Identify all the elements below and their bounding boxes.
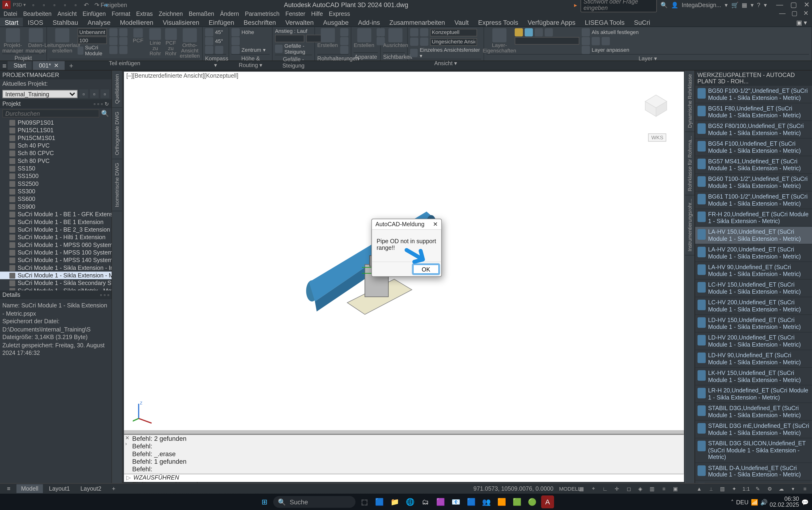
tray-notif-icon[interactable]: 💬 bbox=[801, 499, 809, 505]
ribbon-tab-analyse[interactable]: Analyse bbox=[83, 18, 115, 26]
tb-teams-icon[interactable]: 👥 bbox=[480, 495, 493, 508]
rohrhalt-erstellen-button[interactable]: Erstellen bbox=[317, 28, 338, 48]
palette-item[interactable]: STABIL D-A,Undefined_ET (SuCri Module 1 … bbox=[695, 463, 812, 480]
tree-node[interactable]: SuCri Module 1 - Hilti 1 Extension bbox=[0, 233, 112, 241]
tab-add-icon[interactable]: + bbox=[107, 484, 120, 493]
tab-file[interactable]: 001*✕ bbox=[33, 61, 64, 70]
viewport-config-btn[interactable]: Einzelnes Ansichtsfenster ▾ bbox=[410, 47, 481, 59]
palette-item[interactable]: LA-HV 150,Undefined_ET (SuCri Module 1 -… bbox=[695, 227, 812, 245]
anstieg-input1[interactable] bbox=[275, 35, 304, 42]
view-controls-label[interactable]: [–][Benutzerdefinierte Ansicht][Konzeptu… bbox=[124, 72, 684, 79]
ribbon-tab-stahlbau[interactable]: Stahlbau bbox=[48, 18, 83, 26]
ribbon-tab-add-ins[interactable]: Add-ins bbox=[353, 18, 385, 26]
pal-vtab[interactable]: Rohrklasse für Rohrma... bbox=[685, 132, 694, 195]
menu-ansicht[interactable]: Ansicht bbox=[57, 10, 77, 17]
start-icon[interactable]: ⊞ bbox=[258, 495, 271, 508]
sb-ucs-icon[interactable]: ⟂ bbox=[706, 484, 716, 493]
palette-item[interactable]: BG51 F80,Undefined_ET (SuCri Module 1 - … bbox=[695, 104, 812, 121]
tb-app1-icon[interactable]: 🟪 bbox=[434, 495, 447, 508]
qat-save-icon[interactable]: ▫ bbox=[51, 0, 59, 9]
sb-3dosnap-icon[interactable]: ◈ bbox=[636, 484, 645, 493]
tree-node[interactable]: SS300 bbox=[0, 188, 112, 195]
tb-app2-icon[interactable]: 🟦 bbox=[465, 495, 478, 508]
ribbon-tab-express-tools[interactable]: Express Tools bbox=[473, 18, 523, 26]
menu-hilfe[interactable]: Hilfe bbox=[311, 10, 323, 17]
menu-parametrisch[interactable]: Parametrisch bbox=[245, 10, 280, 17]
tab-modell[interactable]: Modell bbox=[16, 484, 43, 493]
tab-close-icon[interactable]: ✕ bbox=[54, 62, 59, 69]
tree-node[interactable]: Sch 80 PVC bbox=[0, 157, 112, 165]
menu-bemaßen[interactable]: Bemaßen bbox=[188, 10, 214, 17]
dt-ico1[interactable]: ▫ bbox=[100, 292, 102, 298]
qat-saveas-icon[interactable]: ▫ bbox=[61, 0, 69, 9]
visual-style-select[interactable] bbox=[430, 29, 477, 36]
sb-sel-icon[interactable]: ▥ bbox=[718, 484, 727, 493]
tray-wifi-icon[interactable]: 📶 bbox=[751, 499, 758, 505]
user-label[interactable]: IntegaDesign... bbox=[682, 1, 721, 8]
tb-outlook-icon[interactable]: 📧 bbox=[450, 495, 462, 508]
sb-more-icon[interactable]: ▾ bbox=[788, 484, 798, 493]
vtab-isometrische-dwg[interactable]: Isometrische DWG bbox=[112, 159, 122, 211]
dt-ico2[interactable]: ▫ bbox=[104, 292, 106, 298]
apparate-erstellen-button[interactable]: Erstellen bbox=[354, 28, 374, 48]
zentrum-btn[interactable]: Zentrum ▾ bbox=[232, 46, 266, 54]
pcf-zu-rohr-button[interactable]: PCF zu Rohr bbox=[164, 28, 177, 56]
layer-eigenschaften-button[interactable]: Layer-Eigenschaften bbox=[487, 28, 513, 53]
pal-vtab[interactable]: Instrumentierungsrohr... bbox=[685, 195, 694, 256]
ribbon-tab-ausgabe[interactable]: Ausgabe bbox=[318, 18, 353, 26]
apps-icon[interactable]: ▦ bbox=[742, 1, 747, 8]
vtab-quelldateien[interactable]: Quelldateien bbox=[112, 70, 122, 108]
datenmanager-button[interactable]: Daten-manager bbox=[26, 28, 46, 53]
tray-volume-icon[interactable]: 🔊 bbox=[760, 499, 767, 505]
canvas-scrollbar[interactable] bbox=[124, 430, 684, 434]
tab-new-icon[interactable]: + bbox=[66, 61, 77, 69]
close-button[interactable]: ✕ bbox=[804, 0, 810, 9]
palette-item[interactable]: STABIL D3G,Undefined_ET (SuCri Module 1 … bbox=[695, 403, 812, 421]
cmd-close-icon[interactable]: ✕› bbox=[125, 435, 130, 447]
tb-taskview-icon[interactable]: ⬚ bbox=[358, 495, 371, 508]
als-aktuell-button[interactable]: Als aktuell festlegen bbox=[582, 28, 639, 36]
tree-node[interactable]: SS150 bbox=[0, 165, 112, 172]
tree-node[interactable]: SS900 bbox=[0, 203, 112, 210]
pal-vtab[interactable]: Dynamische Rohrklasse bbox=[685, 70, 694, 132]
maximize-button[interactable]: ▢ bbox=[790, 0, 796, 9]
menu-einfügen[interactable]: Einfügen bbox=[83, 10, 106, 17]
ribbon-tab-sucri[interactable]: SuCri bbox=[629, 18, 655, 26]
palette-item[interactable]: BG61 T100-1/2",Undefined_ET (SuCri Modul… bbox=[695, 192, 812, 209]
tree-node[interactable]: SS2500 bbox=[0, 180, 112, 188]
ph-icon-3[interactable]: ▫ bbox=[101, 101, 103, 107]
tree-node[interactable]: SuCri Module 1 - MPSS 060 Systemteile bbox=[0, 241, 112, 249]
sb-iso-icon[interactable]: ▲ bbox=[694, 484, 704, 493]
command-window[interactable]: ✕› Befehl: 2 gefundenBefehl:Befehl: _.er… bbox=[124, 434, 684, 482]
search-icon[interactable]: 🔍 bbox=[661, 1, 668, 8]
sb-lwt-icon[interactable]: ≡ bbox=[659, 484, 669, 493]
hoehe-btn[interactable]: Höhe bbox=[232, 28, 266, 36]
palette-item[interactable]: STABIL D3G SILICON,Undefined_ET (SuCri M… bbox=[695, 438, 812, 463]
cart-icon[interactable]: 🛒 bbox=[731, 1, 738, 8]
qat-redo-icon[interactable]: ↷ bbox=[93, 0, 101, 9]
dt-ico3[interactable]: ▫ bbox=[107, 292, 109, 298]
palette-item[interactable]: BG60 T100-1/2",Undefined_ET (SuCri Modul… bbox=[695, 174, 812, 192]
tree-node[interactable]: SuCri Module 1 - Sikla Extension - Imper bbox=[0, 264, 112, 272]
dialog-close-icon[interactable]: ✕ bbox=[433, 221, 438, 227]
menu-datei[interactable]: Datei bbox=[3, 10, 17, 17]
tray-chevron-icon[interactable]: ˄ bbox=[731, 499, 734, 505]
vtab-orthogonale-dwg[interactable]: Orthogonale DWG bbox=[112, 108, 122, 159]
palette-item[interactable]: LC-HV 150,Undefined_ET (SuCri Module 1 -… bbox=[695, 280, 812, 298]
ribbon-tab-modellieren[interactable]: Modellieren bbox=[115, 18, 158, 26]
doc-tabs-menu-icon[interactable]: ≡ bbox=[2, 61, 6, 69]
spec-tree[interactable]: PN09SP1S01PN15CL1S01PN15CM1S01Sch 40 PVC… bbox=[0, 119, 112, 290]
menu-bearbeiten[interactable]: Bearbeiten bbox=[23, 10, 52, 17]
pm-icon1[interactable]: ▫ bbox=[79, 89, 88, 98]
qat-open-icon[interactable]: ▫ bbox=[40, 0, 48, 9]
layer-select[interactable] bbox=[515, 37, 579, 45]
help-icon[interactable]: ? bbox=[757, 1, 760, 8]
sb-gear-icon[interactable]: ⚙ bbox=[765, 484, 775, 493]
ribbon-collapse-icon[interactable]: ▣ ▾ bbox=[791, 18, 812, 26]
menu-zeichnen[interactable]: Zeichnen bbox=[158, 10, 183, 17]
linie-zu-rohr-button[interactable]: Linie zu Rohr bbox=[149, 28, 162, 56]
palette-item[interactable]: LD-HV 200,Undefined_ET (SuCri Module 1 -… bbox=[695, 333, 812, 350]
leitungsverlauf-button[interactable]: Leitungsverlauf erstellen bbox=[49, 28, 75, 53]
tool-palette-list[interactable]: BG50 F100-1/2",Undefined_ET (SuCri Modul… bbox=[695, 86, 812, 483]
sb-scale[interactable]: 1:1 bbox=[742, 484, 751, 493]
